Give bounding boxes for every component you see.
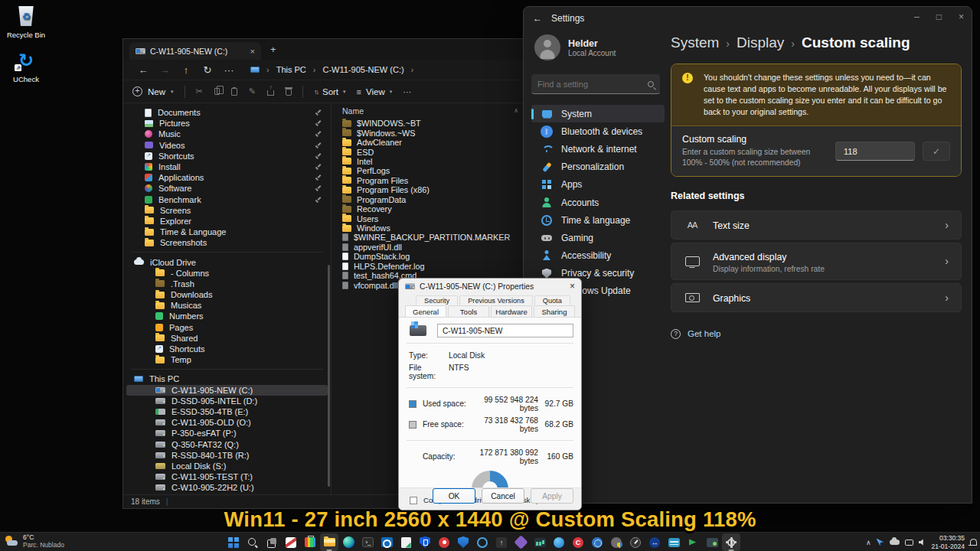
display-icon[interactable]: [905, 540, 913, 546]
file-row[interactable]: PerfLogs: [332, 166, 523, 175]
tab[interactable]: Quota: [534, 295, 570, 305]
settings-nav-item[interactable]: Personalization: [531, 158, 665, 176]
sidebar-pinned-item[interactable]: Install: [123, 161, 331, 172]
sidebar-folder-item[interactable]: Screens: [123, 205, 331, 216]
file-row[interactable]: $Windows.~WS: [332, 128, 523, 137]
taskbar-app-button[interactable]: [665, 533, 683, 551]
taskbar-app-button[interactable]: [301, 533, 319, 551]
paste-icon[interactable]: [231, 88, 237, 96]
more-options-icon[interactable]: ···: [218, 64, 240, 76]
rename-icon[interactable]: ✎: [249, 86, 256, 96]
sidebar-icloud-drive[interactable]: iCloud Drive: [123, 256, 331, 267]
taskbar-app-button[interactable]: [377, 533, 396, 551]
sidebar-this-pc[interactable]: This PC: [123, 373, 331, 384]
file-row[interactable]: ESD: [332, 147, 523, 156]
taskbar-app-button[interactable]: [588, 533, 606, 551]
confirm-check-button[interactable]: ✓: [923, 142, 950, 161]
taskbar-app-button[interactable]: [263, 533, 281, 551]
new-tab-button[interactable]: +: [270, 44, 276, 55]
forward-icon[interactable]: →: [154, 64, 175, 76]
ok-button[interactable]: OK: [433, 488, 475, 504]
notifications-bell-icon[interactable]: [970, 539, 977, 545]
sidebar-drive-item[interactable]: E-SSD-350-4TB (E:): [123, 406, 331, 417]
file-row[interactable]: HLPS.Defender.log: [332, 262, 523, 271]
hidden-icons-chevron[interactable]: [866, 539, 871, 546]
sidebar-pinned-item[interactable]: Shortcuts: [123, 151, 331, 161]
breadcrumb-drive[interactable]: C-W11-905-NEW (C:): [322, 65, 403, 74]
sidebar-pinned-item[interactable]: Applications: [123, 172, 331, 183]
sidebar-pinned-item[interactable]: Software: [123, 183, 331, 194]
sidebar-drive-item[interactable]: Local Disk (S:): [123, 461, 331, 471]
sort-button[interactable]: ↑↓ Sort ▾: [314, 87, 346, 96]
share-icon[interactable]: [267, 90, 274, 96]
sidebar-folder-item[interactable]: Explorer: [123, 216, 331, 227]
desktop-icon-recycle-bin[interactable]: ♻ Recycle Bin: [6, 3, 46, 39]
sidebar-icloud-item[interactable]: Downloads: [123, 289, 331, 300]
taskbar-app-button[interactable]: [550, 533, 568, 551]
taskbar-app-button[interactable]: [531, 533, 549, 551]
breadcrumb-this-pc[interactable]: This PC: [276, 65, 306, 74]
sidebar-pinned-item[interactable]: Pictures: [123, 118, 331, 129]
copy-icon[interactable]: [214, 88, 220, 95]
search-input[interactable]: [537, 80, 648, 89]
drive-name-input[interactable]: [437, 324, 573, 337]
related-setting-card[interactable]: Text size ›: [671, 210, 962, 240]
settings-nav-item[interactable]: Accounts: [531, 194, 665, 211]
see-more-icon[interactable]: ···: [403, 87, 411, 96]
taskbar-app-button[interactable]: [282, 533, 300, 551]
taskbar-app-button[interactable]: [454, 533, 472, 551]
sidebar-pinned-item[interactable]: Benchmark: [123, 194, 331, 205]
file-row[interactable]: $WINDOWS.~BT: [332, 119, 523, 128]
sidebar-icloud-item[interactable]: Temp: [123, 354, 331, 365]
file-row[interactable]: appverifUI.dll: [332, 243, 523, 252]
taskbar-app-button[interactable]: [511, 533, 530, 551]
close-icon[interactable]: ×: [959, 11, 964, 22]
taskbar-app-button[interactable]: [358, 533, 377, 551]
desktop-icon-ucheck[interactable]: ↻↗ UCheck: [6, 47, 46, 83]
taskbar-app-button[interactable]: [492, 533, 511, 551]
file-row[interactable]: DumpStack.log: [332, 252, 523, 261]
taskbar-app-button[interactable]: [607, 533, 626, 551]
taskbar-app-button[interactable]: [435, 533, 453, 551]
sidebar-pinned-item[interactable]: Documents: [123, 107, 331, 118]
sidebar-icloud-item[interactable]: Shortcuts: [123, 344, 331, 354]
taskbar-app-button[interactable]: [320, 533, 338, 551]
volume-icon[interactable]: [919, 539, 926, 546]
view-button[interactable]: ≡ View ▾: [357, 87, 393, 96]
settings-search[interactable]: [531, 74, 660, 94]
taskbar-app-button[interactable]: [684, 533, 702, 551]
back-icon[interactable]: ←: [533, 13, 542, 24]
up-icon[interactable]: ↑: [175, 64, 197, 76]
settings-nav-item[interactable]: Gaming: [531, 229, 665, 246]
taskbar-app-button[interactable]: [416, 533, 434, 551]
taskbar-clock[interactable]: 03:30:35 21-01-2024: [932, 534, 965, 549]
tab-close-icon[interactable]: ×: [250, 47, 255, 56]
file-row[interactable]: Windows: [332, 223, 523, 233]
tab[interactable]: Security: [416, 295, 458, 305]
cut-icon[interactable]: ✂: [196, 86, 203, 96]
column-header-name[interactable]: Name: [332, 106, 523, 119]
taskbar-weather-widget[interactable]: 6°C Parc. Nublado: [5, 533, 64, 549]
explorer-tab[interactable]: C-W11-905-NEW (C:) ×: [129, 42, 261, 60]
file-row[interactable]: Recovery: [332, 204, 523, 214]
taskbar-app-button[interactable]: [722, 533, 740, 551]
file-row[interactable]: Intel: [332, 157, 523, 166]
file-row[interactable]: Users: [332, 214, 523, 223]
settings-nav-item[interactable]: Time & language: [531, 211, 665, 229]
compress-checkbox[interactable]: [410, 497, 417, 504]
taskbar-app-button[interactable]: [645, 533, 664, 551]
tab[interactable]: General: [405, 305, 446, 317]
sidebar-pinned-item[interactable]: Music: [123, 129, 331, 139]
tab[interactable]: Hardware: [491, 305, 532, 317]
sidebar-icloud-item[interactable]: - Columns: [123, 268, 331, 279]
sidebar-drive-item[interactable]: D-SSD-905-INTEL (D:): [123, 396, 331, 406]
file-row[interactable]: ProgramData: [332, 195, 523, 204]
settings-nav-item[interactable]: Bluetooth & devices: [531, 122, 665, 140]
taskbar-app-button[interactable]: [397, 533, 415, 551]
sidebar-drive-item[interactable]: C-W11-905-TEST (T:): [123, 471, 331, 482]
sidebar-scrollbar[interactable]: [328, 265, 330, 487]
settings-nav-item[interactable]: Network & internet: [531, 140, 665, 158]
sidebar-pinned-item[interactable]: Videos: [123, 140, 331, 151]
sidebar-icloud-item[interactable]: .Trash: [123, 279, 331, 289]
file-row[interactable]: AdwCleaner: [332, 138, 523, 147]
